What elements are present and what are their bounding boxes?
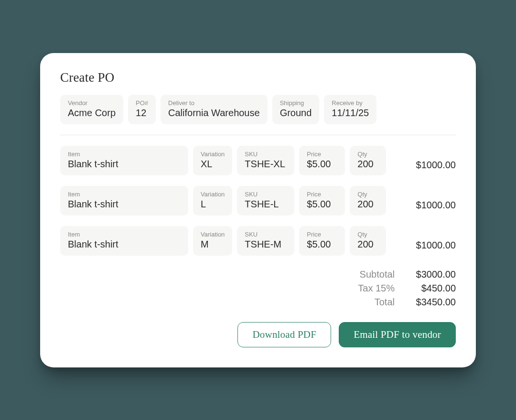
create-po-card: Create PO Vendor Acme Corp PO# 12 Delive…	[40, 53, 476, 367]
qty-value: 200	[357, 199, 378, 210]
receive-by-value: 11/11/25	[332, 108, 369, 118]
sku-value: TSHE-XL	[245, 159, 287, 170]
variation-field[interactable]: Variation M	[193, 226, 232, 256]
po-header-fields: Vendor Acme Corp PO# 12 Deliver to Calif…	[60, 95, 456, 124]
tax-value: $450.00	[406, 283, 456, 294]
subtotal-value: $3000.00	[406, 269, 456, 280]
download-pdf-button[interactable]: Download PDF	[237, 322, 331, 347]
variation-label: Variation	[201, 151, 225, 158]
sku-label: SKU	[245, 231, 287, 238]
variation-value: XL	[201, 159, 225, 170]
total-label: Total	[375, 297, 395, 308]
item-value: Blank t-shirt	[68, 159, 181, 170]
item-label: Item	[68, 191, 181, 198]
deliver-to-field[interactable]: Deliver to California Warehouse	[161, 95, 268, 124]
qty-value: 200	[357, 159, 378, 170]
line-item-row: Item Blank t-shirt Variation XL SKU TSHE…	[60, 146, 456, 175]
subtotal-label: Subtotal	[360, 269, 395, 280]
sku-field[interactable]: SKU TSHE-L	[237, 186, 294, 215]
line-items: Item Blank t-shirt Variation XL SKU TSHE…	[60, 146, 456, 256]
item-label: Item	[68, 151, 181, 158]
price-field[interactable]: Price $5.00	[299, 186, 345, 215]
variation-field[interactable]: Variation XL	[193, 146, 232, 175]
line-total: $1000.00	[391, 186, 456, 215]
sku-value: TSHE-M	[245, 239, 287, 250]
price-label: Price	[307, 191, 337, 198]
subtotal-row: Subtotal $3000.00	[360, 269, 456, 280]
shipping-value: Ground	[280, 108, 312, 118]
line-item-row: Item Blank t-shirt Variation L SKU TSHE-…	[60, 186, 456, 215]
item-field[interactable]: Item Blank t-shirt	[60, 146, 188, 175]
deliver-to-label: Deliver to	[168, 99, 260, 107]
variation-label: Variation	[201, 231, 225, 238]
po-number-label: PO#	[136, 99, 148, 107]
price-label: Price	[307, 231, 337, 238]
sku-field[interactable]: SKU TSHE-M	[237, 226, 294, 256]
line-total: $1000.00	[391, 146, 456, 175]
sku-label: SKU	[245, 191, 287, 198]
po-number-field[interactable]: PO# 12	[128, 95, 156, 124]
tax-label: Tax 15%	[358, 283, 395, 294]
qty-label: Qty	[357, 231, 378, 238]
sku-field[interactable]: SKU TSHE-XL	[237, 146, 294, 175]
shipping-field[interactable]: Shipping Ground	[272, 95, 320, 124]
totals-section: Subtotal $3000.00 Tax 15% $450.00 Total …	[60, 269, 456, 308]
qty-label: Qty	[357, 191, 378, 198]
vendor-field[interactable]: Vendor Acme Corp	[60, 95, 123, 124]
qty-label: Qty	[357, 151, 378, 158]
divider	[60, 135, 456, 135]
total-row: Total $3450.00	[375, 297, 456, 308]
tax-row: Tax 15% $450.00	[358, 283, 456, 294]
sku-value: TSHE-L	[245, 199, 287, 210]
vendor-value: Acme Corp	[68, 108, 116, 118]
variation-label: Variation	[201, 191, 225, 198]
line-item-row: Item Blank t-shirt Variation M SKU TSHE-…	[60, 226, 456, 256]
item-field[interactable]: Item Blank t-shirt	[60, 186, 188, 215]
total-value: $3450.00	[406, 297, 456, 308]
receive-by-label: Receive by	[332, 99, 369, 107]
qty-field[interactable]: Qty 200	[350, 186, 386, 215]
price-label: Price	[307, 151, 337, 158]
price-value: $5.00	[307, 199, 337, 210]
qty-field[interactable]: Qty 200	[350, 226, 386, 256]
vendor-label: Vendor	[68, 99, 116, 107]
shipping-label: Shipping	[280, 99, 312, 107]
po-number-value: 12	[136, 108, 148, 118]
qty-field[interactable]: Qty 200	[350, 146, 386, 175]
qty-value: 200	[357, 239, 378, 250]
actions-row: Download PDF Email PDF to vendor	[60, 322, 456, 347]
item-label: Item	[68, 231, 181, 238]
item-value: Blank t-shirt	[68, 199, 181, 210]
price-field[interactable]: Price $5.00	[299, 146, 345, 175]
line-total: $1000.00	[391, 226, 456, 256]
price-value: $5.00	[307, 159, 337, 170]
variation-field[interactable]: Variation L	[193, 186, 232, 215]
variation-value: M	[201, 239, 225, 250]
page-title: Create PO	[60, 70, 456, 85]
variation-value: L	[201, 199, 225, 210]
deliver-to-value: California Warehouse	[168, 108, 260, 118]
item-field[interactable]: Item Blank t-shirt	[60, 226, 188, 256]
price-value: $5.00	[307, 239, 337, 250]
email-pdf-button[interactable]: Email PDF to vendor	[339, 322, 456, 347]
item-value: Blank t-shirt	[68, 239, 181, 250]
sku-label: SKU	[245, 151, 287, 158]
price-field[interactable]: Price $5.00	[299, 226, 345, 256]
receive-by-field[interactable]: Receive by 11/11/25	[324, 95, 376, 124]
